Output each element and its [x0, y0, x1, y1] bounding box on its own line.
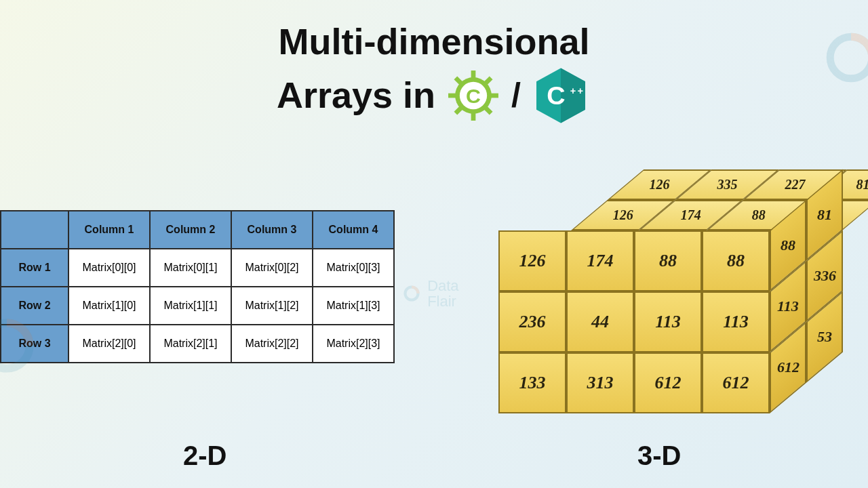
cube-cell: 44 [566, 291, 634, 352]
watermark-logo-icon [814, 20, 868, 98]
col-header: Column 4 [313, 211, 394, 249]
table-cell: Matrix[2][3] [313, 325, 394, 363]
table-cell: Matrix[1][3] [313, 287, 394, 325]
table-row: Row 2 Matrix[1][0] Matrix[1][1] Matrix[1… [1, 287, 394, 325]
table-cell: Matrix[0][3] [313, 249, 394, 287]
col-header: Column 2 [150, 211, 231, 249]
svg-rect-2 [471, 113, 476, 121]
page-title: Multi-dimensional Arrays in C / [0, 19, 868, 126]
label-2d: 2-D [183, 441, 226, 471]
cube-cell: 88 [634, 230, 702, 291]
title-line2: Arrays in C / [277, 65, 591, 126]
svg-text:+: + [570, 85, 576, 96]
cube-3d: 126 335 227 81 126 174 88 126 174 88 88 … [498, 169, 865, 441]
c-gear-icon: C [445, 67, 502, 124]
cube-cell: 612 [702, 352, 770, 413]
svg-rect-4 [490, 93, 498, 98]
cube-cell: 113 [634, 291, 702, 352]
table-cell: Matrix[2][0] [68, 325, 150, 363]
svg-text:C: C [466, 84, 481, 106]
cube-cell: 174 [566, 230, 634, 291]
matrix-2d-table: Column 1 Column 2 Column 3 Column 4 Row … [0, 210, 395, 363]
cube-cell: 88 [702, 230, 770, 291]
watermark-logo-icon [0, 305, 47, 389]
table-cell: Matrix[1][2] [231, 287, 313, 325]
table-cell: Matrix[1][1] [150, 287, 231, 325]
cpp-hex-icon: C + + [530, 65, 591, 126]
table-corner [1, 211, 68, 249]
table-cell: Matrix[0][1] [150, 249, 231, 287]
svg-rect-1 [471, 70, 476, 79]
col-header: Column 1 [68, 211, 150, 249]
col-header: Column 3 [231, 211, 313, 249]
title-line1: Multi-dimensional [0, 19, 868, 65]
slash: / [511, 74, 521, 117]
table-cell: Matrix[0][0] [68, 249, 150, 287]
cube-cell: 612 [634, 352, 702, 413]
table-row: Row 1 Matrix[0][0] Matrix[0][1] Matrix[0… [1, 249, 394, 287]
svg-text:+: + [578, 85, 583, 96]
cube-cell: 133 [498, 352, 566, 413]
svg-rect-3 [448, 93, 456, 98]
watermark-text: DataFlair [400, 278, 459, 309]
table-cell: Matrix[1][0] [68, 287, 150, 325]
svg-text:C: C [547, 81, 565, 109]
table-cell: Matrix[2][2] [231, 325, 313, 363]
cube-cell: 126 [498, 230, 566, 291]
row-header: Row 1 [1, 249, 68, 287]
cube-cell: 313 [566, 352, 634, 413]
title-prefix: Arrays in [277, 73, 435, 119]
cube-cell: 236 [498, 291, 566, 352]
cube-cell: 113 [702, 291, 770, 352]
table-cell: Matrix[0][2] [231, 249, 313, 287]
table-row: Row 3 Matrix[2][0] Matrix[2][1] Matrix[2… [1, 325, 394, 363]
table-cell: Matrix[2][1] [150, 325, 231, 363]
label-3d: 3-D [637, 441, 681, 471]
cube-front-face: 126 174 88 88 236 44 113 113 133 313 612… [498, 230, 770, 413]
